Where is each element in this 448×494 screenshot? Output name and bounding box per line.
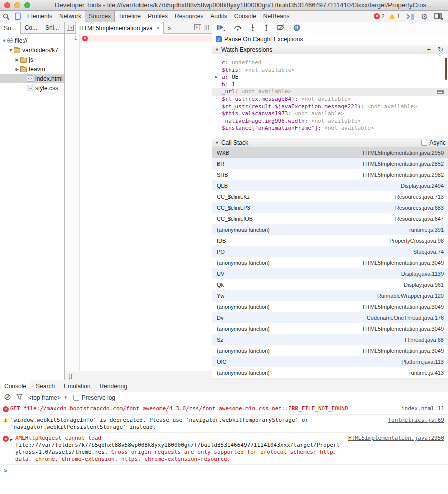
minimize-window-button[interactable] bbox=[14, 2, 20, 8]
frame-location[interactable]: HTML5Implementation.java:3049 bbox=[363, 348, 444, 354]
close-tab-icon[interactable]: × bbox=[156, 25, 160, 32]
call-stack-frame[interactable]: UVDisplay.java:1139 bbox=[212, 268, 448, 279]
show-drawer-icon[interactable] bbox=[405, 13, 417, 20]
step-into-button[interactable] bbox=[250, 24, 255, 31]
warning-count-badge[interactable]: 1 bbox=[389, 13, 400, 19]
frame-location[interactable]: RunnableWrapper.java:120 bbox=[377, 293, 444, 299]
watch-expression[interactable]: b: 1 bbox=[212, 81, 448, 89]
frame-location[interactable]: Resources.java:683 bbox=[395, 205, 444, 211]
pretty-print-button[interactable]: {} bbox=[68, 373, 73, 379]
remove-watch-button[interactable] bbox=[437, 90, 444, 94]
console-tab-search[interactable]: Search bbox=[31, 380, 59, 392]
inspect-device-icon[interactable] bbox=[12, 11, 24, 22]
tree-item-var-folders-k7[interactable]: ▼var/folders/k7 bbox=[0, 45, 64, 55]
call-stack-frame[interactable]: CC_$clinit.P3Resources.java:683 bbox=[212, 202, 448, 213]
panel-resizer-icon[interactable] bbox=[204, 23, 209, 32]
search-icon[interactable] bbox=[0, 11, 12, 22]
call-stack-frame[interactable]: POStub.java:74 bbox=[212, 246, 448, 257]
call-stack-frame[interactable]: (anonymous function)HTML5Implementation.… bbox=[212, 257, 448, 268]
watch-expressions-header[interactable]: ▼ Watch Expressions + ↻ bbox=[212, 45, 448, 54]
resume-button[interactable] bbox=[217, 24, 225, 31]
pause-on-caught-checkbox[interactable]: ✓ bbox=[216, 36, 222, 42]
show-details-icon[interactable] bbox=[194, 23, 201, 32]
frame-location[interactable]: HTML5Implementation.java:2852 bbox=[363, 161, 444, 167]
call-stack-frame[interactable]: WXBHTML5Implementation.java:2950 bbox=[212, 147, 448, 158]
frame-location[interactable]: Platform.java:113 bbox=[401, 359, 444, 365]
disclosure-arrow-icon[interactable]: ▼ bbox=[8, 48, 14, 53]
add-watch-button[interactable]: + bbox=[425, 46, 434, 53]
watch-expression[interactable]: _nativeImage.img996.width: <not availabl… bbox=[212, 118, 448, 125]
expand-arrow-icon[interactable]: ▶ bbox=[10, 435, 15, 463]
dock-side-icon[interactable] bbox=[432, 13, 444, 20]
tab-profiles[interactable]: Profiles bbox=[144, 11, 171, 22]
console-tab-rendering[interactable]: Rendering bbox=[95, 380, 131, 392]
tab-netbeans[interactable]: NetBeans bbox=[260, 11, 293, 22]
tab-timeline[interactable]: Timeline bbox=[115, 11, 144, 22]
disclosure-arrow-icon[interactable]: ▼ bbox=[1, 38, 7, 43]
call-stack-frame[interactable]: CC_$clinit.IOBResources.java:647 bbox=[212, 213, 448, 224]
watch-expression[interactable]: ▶a: UE bbox=[212, 74, 448, 81]
async-checkbox[interactable] bbox=[421, 140, 427, 146]
frame-location[interactable]: Resources.java:647 bbox=[395, 216, 444, 222]
source-link[interactable]: fontmetrics.js:69 bbox=[388, 417, 444, 424]
disclosure-arrow-icon[interactable]: ▶ bbox=[14, 67, 20, 72]
tab-elements[interactable]: Elements bbox=[24, 11, 56, 22]
sidebar-tab-co[interactable]: Co... bbox=[21, 22, 41, 33]
call-stack-frame[interactable]: OICPlatform.java:113 bbox=[212, 356, 448, 367]
frame-location[interactable]: Resources.java:713 bbox=[395, 194, 444, 200]
frame-location[interactable]: runtime.js:391 bbox=[409, 227, 444, 233]
tab-overflow-chevron[interactable]: » bbox=[164, 22, 175, 33]
source-link[interactable]: HTML5Implementation.java:2950 bbox=[348, 435, 444, 442]
call-stack-header[interactable]: ▼ Call Stack Async bbox=[212, 138, 448, 147]
preserve-log-checkbox[interactable] bbox=[73, 395, 79, 401]
watch-expression[interactable]: $rt_ustr(result.$javaException.message22… bbox=[212, 103, 448, 111]
call-stack-frame[interactable]: BRHTML5Implementation.java:2852 bbox=[212, 158, 448, 169]
call-stack-frame[interactable]: IDBPropertyCross.java:98 bbox=[212, 235, 448, 246]
tab-audits[interactable]: Audits bbox=[207, 11, 230, 22]
disclosure-arrow-icon[interactable]: ▶ bbox=[215, 74, 218, 81]
step-out-button[interactable] bbox=[264, 24, 269, 31]
frame-location[interactable]: HTML5Implementation.java:2950 bbox=[363, 150, 444, 156]
frame-context-select[interactable]: <top frame> ▼ bbox=[28, 394, 68, 401]
watch-expression[interactable]: $this.val$canvas1973: <not available> bbox=[212, 110, 448, 118]
filter-icon[interactable] bbox=[16, 394, 23, 401]
hide-navigator-icon[interactable] bbox=[65, 22, 76, 33]
console-tab-console[interactable]: Console bbox=[0, 380, 31, 392]
frame-location[interactable]: HTML5Implementation.java:2982 bbox=[363, 172, 444, 178]
call-stack-frame[interactable]: SHBHTML5Implementation.java:2982 bbox=[212, 169, 448, 180]
console-prompt[interactable]: > bbox=[0, 465, 448, 476]
error-count-badge[interactable]: × 2 bbox=[374, 13, 384, 19]
frame-location[interactable]: Display.java:1139 bbox=[401, 271, 444, 277]
tree-item-js[interactable]: ▶js bbox=[0, 55, 64, 64]
source-link[interactable]: index.html:11 bbox=[401, 405, 444, 412]
clear-console-icon[interactable] bbox=[4, 394, 11, 402]
disclosure-arrow-icon[interactable]: ▶ bbox=[14, 57, 20, 62]
call-stack-frame[interactable]: (anonymous function)runtime.js:391 bbox=[212, 224, 448, 235]
refresh-watch-button[interactable]: ↻ bbox=[435, 46, 446, 53]
tree-item-style-css[interactable]: cssstyle.css bbox=[0, 83, 64, 93]
console-tab-emulation[interactable]: Emulation bbox=[59, 380, 95, 392]
frame-location[interactable]: TThread.java:68 bbox=[404, 337, 444, 343]
frame-location[interactable]: HTML5Implementation.java:3049 bbox=[363, 326, 444, 332]
deactivate-breakpoints-button[interactable] bbox=[277, 24, 285, 31]
tree-item-index-html[interactable]: <>index.html bbox=[0, 74, 64, 83]
message-link[interactable]: file://maxcdn.bootstrapcdn.com/font-awes… bbox=[24, 405, 269, 412]
watch-expression[interactable]: $rt_ustr(ex.message84): <not available> bbox=[212, 96, 448, 103]
tab-console[interactable]: Console bbox=[231, 11, 260, 22]
call-stack-frame[interactable]: YwRunnableWrapper.java:120 bbox=[212, 290, 448, 301]
call-stack-frame[interactable]: (anonymous function)HTML5Implementation.… bbox=[212, 323, 448, 334]
call-stack-frame[interactable]: (anonymous function)HTML5Implementation.… bbox=[212, 345, 448, 356]
call-stack-frame[interactable]: QLBDisplay.java:2494 bbox=[212, 180, 448, 191]
editor-tab[interactable]: HTML5Implementation.java × bbox=[76, 22, 164, 34]
tree-item-teavm[interactable]: ▶teavm bbox=[0, 64, 64, 74]
watch-expression[interactable]: _url: <not available> bbox=[212, 88, 448, 96]
frame-location[interactable]: Display.java:2494 bbox=[401, 183, 444, 189]
call-stack-frame[interactable]: DvCodenameOneThread.java:176 bbox=[212, 312, 448, 323]
frame-location[interactable]: CodenameOneThread.java:176 bbox=[367, 315, 444, 321]
code-editor[interactable]: 1 × bbox=[65, 34, 212, 371]
watch-expression[interactable]: c: undefined bbox=[212, 59, 448, 67]
step-over-button[interactable] bbox=[234, 24, 242, 31]
sidebar-tab-so[interactable]: So... bbox=[0, 22, 21, 34]
close-window-button[interactable] bbox=[4, 2, 10, 8]
call-stack-frame[interactable]: (anonymous function)runtime.js:413 bbox=[212, 367, 448, 378]
